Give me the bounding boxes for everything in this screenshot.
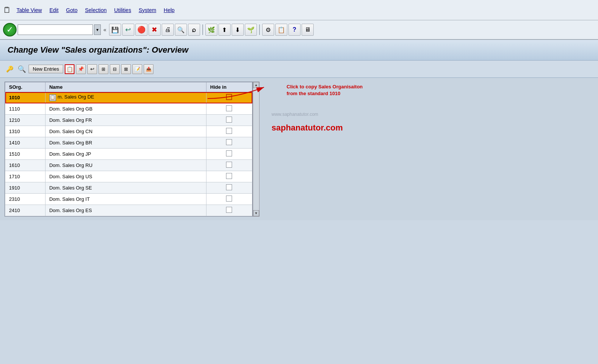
cancel-icon: 🔴 [137, 26, 146, 34]
copy-button[interactable]: 📋 [65, 64, 74, 74]
cell-hide-in[interactable] [206, 160, 252, 171]
hide-in-checkbox[interactable] [226, 162, 232, 168]
hide-in-checkbox[interactable] [226, 150, 232, 156]
cell-name-text: m. Sales Org DE [58, 94, 94, 100]
cell-sorg: 1210 [5, 115, 46, 126]
table-row[interactable]: 1410Dom. Sales Org BR [5, 137, 252, 149]
save-button[interactable]: 💾 [109, 24, 121, 36]
cell-name: Dom. Sales Org BR [45, 137, 206, 149]
new-entries-button[interactable]: New Entries [29, 65, 63, 73]
nav-right-icon: 🌱 [247, 26, 255, 33]
brand-text: saphanatutor.com [272, 123, 343, 133]
cell-name: Dom. Sales Org CN [45, 126, 206, 137]
watermark-text: www.saphanatutor.com [272, 112, 318, 117]
monitor-button[interactable]: 🖥 [302, 24, 314, 36]
table-row[interactable]: 1910Dom. Sales Org SE [5, 182, 252, 194]
cell-hide-in[interactable] [206, 205, 252, 216]
key-icon: 🔑 [5, 64, 15, 74]
hide-in-checkbox[interactable] [226, 173, 232, 179]
page-header: Change View "Sales organizations": Overv… [0, 40, 598, 61]
find-button[interactable]: 🔍 [175, 24, 187, 36]
cell-hide-in[interactable] [206, 171, 252, 182]
paste-button[interactable]: 📌 [76, 64, 86, 74]
cancel-x-button[interactable]: ✖ [149, 24, 161, 36]
dropdown-arrow[interactable]: ▼ [94, 24, 101, 35]
menu-edit[interactable]: Edit [46, 6, 62, 15]
nav-right-button[interactable]: 🌱 [245, 24, 257, 36]
command-dropdown[interactable] [18, 24, 93, 35]
menu-help[interactable]: Help [160, 6, 178, 15]
cell-hide-in[interactable] [206, 194, 252, 205]
nav-up-button[interactable]: ⬆ [219, 24, 231, 36]
cell-sorg: 1910 [5, 182, 46, 194]
table-row[interactable]: 2410Dom. Sales Org ES [5, 205, 252, 216]
menu-goto[interactable]: Goto [62, 6, 81, 15]
save-icon: 💾 [111, 26, 119, 33]
hide-in-checkbox[interactable] [226, 207, 232, 213]
menu-selection[interactable]: Selection [81, 6, 111, 15]
settings-icon: ⚙ [266, 26, 271, 33]
menu-system[interactable]: System [135, 6, 160, 15]
menu-table-view[interactable]: Table View [13, 6, 46, 15]
table-row[interactable]: 1610Dom. Sales Org RU [5, 160, 252, 171]
table-row[interactable]: 1710Dom. Sales Org US [5, 171, 252, 182]
table-row[interactable]: 2310Dom. Sales Org IT [5, 194, 252, 205]
hide-in-checkbox[interactable] [226, 117, 232, 123]
page-content: Change View "Sales organizations": Overv… [0, 40, 598, 364]
subobject-icon: ⊠ [124, 67, 128, 72]
hide-in-checkbox[interactable] [226, 184, 232, 190]
double-arrow[interactable]: « [102, 27, 108, 33]
export-button[interactable]: 📤 [144, 64, 153, 74]
hide-in-checkbox[interactable] [226, 196, 232, 202]
copy-icon: 📋 [67, 66, 73, 72]
select-all-button[interactable]: ⊞ [99, 64, 108, 74]
subobject-button[interactable]: ⊠ [121, 64, 131, 74]
cell-name: Dom. Sales Org GB [45, 103, 206, 115]
row-copy-icon[interactable]: 📋 [49, 94, 56, 101]
annotation-arrow [204, 76, 279, 106]
undo-button[interactable]: ↩ [87, 64, 97, 74]
table-row[interactable]: 1310Dom. Sales Org CN [5, 126, 252, 137]
scroll-down-button[interactable]: ▼ [253, 210, 259, 216]
cell-hide-in[interactable] [206, 126, 252, 137]
layout-button[interactable]: 📋 [275, 24, 287, 36]
cell-hide-in[interactable] [206, 149, 252, 160]
cell-hide-in[interactable] [206, 115, 252, 126]
back-button[interactable]: ↩ [122, 24, 134, 36]
cell-sorg: 1310 [5, 126, 46, 137]
undo-icon: ↩ [90, 66, 94, 72]
check-icon: ✓ [6, 25, 13, 35]
cell-sorg: 1610 [5, 160, 46, 171]
hide-in-checkbox[interactable] [226, 105, 232, 111]
print-icon: 🖨 [165, 26, 171, 33]
deselect-button[interactable]: ⊟ [110, 64, 120, 74]
table-row[interactable]: 1510Dom. Sales Org JP [5, 149, 252, 160]
find2-button[interactable]: ⌕ [188, 24, 200, 36]
page-icon: 🗒 [3, 5, 11, 15]
text-button[interactable]: 📝 [132, 64, 142, 74]
text-icon: 📝 [135, 67, 140, 72]
toolbar: ✓ ▼ « 💾 ↩ 🔴 ✖ 🖨 🔍 ⌕ 🌿 ⬆ ⬇ 🌱 ⚙ 📋 ? 🖥 [0, 20, 598, 40]
table-row[interactable]: 1210Dom. Sales Org FR [5, 115, 252, 126]
annotation-text: Click to copy Sales Organisaiton from th… [287, 83, 363, 97]
menu-utilities[interactable]: Utilities [111, 6, 135, 15]
nav-down-button[interactable]: ⬇ [232, 24, 244, 36]
deselect-icon: ⊟ [113, 67, 117, 72]
cell-hide-in[interactable] [206, 182, 252, 194]
cell-name: Dom. Sales Org RU [45, 160, 206, 171]
details-icon[interactable]: 🔍 [17, 64, 27, 74]
hide-in-checkbox[interactable] [226, 139, 232, 145]
cell-name: 📋m. Sales Org DE [45, 92, 206, 103]
nav-left-button[interactable]: 🌿 [205, 24, 217, 36]
hide-in-checkbox[interactable] [226, 128, 232, 134]
check-button[interactable]: ✓ [3, 23, 17, 36]
cell-name: Dom. Sales Org US [45, 171, 206, 182]
cell-sorg: 1510 [5, 149, 46, 160]
menu-bar: 🗒 Table View Edit Goto Selection Utiliti… [0, 0, 598, 20]
export-icon: 📤 [146, 67, 152, 72]
settings-button[interactable]: ⚙ [262, 24, 274, 36]
print-button[interactable]: 🖨 [162, 24, 174, 36]
help-button[interactable]: ? [288, 24, 301, 36]
cancel-button[interactable]: 🔴 [135, 24, 147, 36]
cell-hide-in[interactable] [206, 137, 252, 149]
